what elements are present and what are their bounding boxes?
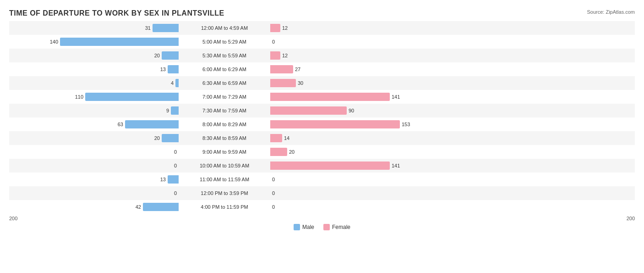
- time-label: 6:00 AM to 6:29 AM: [179, 67, 270, 72]
- legend-female-box: [323, 224, 330, 230]
- bar-male: [175, 79, 179, 87]
- bar-female: [270, 148, 287, 156]
- table-row: 3112:00 AM to 4:59 AM12: [9, 21, 635, 35]
- val-female: 0: [272, 190, 275, 196]
- bar-male: [153, 24, 179, 32]
- bar-male: [168, 175, 179, 184]
- bar-female: [270, 65, 293, 73]
- val-female: 27: [295, 67, 300, 72]
- val-male: 13: [160, 177, 166, 182]
- left-section: 4: [9, 76, 179, 90]
- time-label: 6:30 AM to 6:59 AM: [179, 80, 270, 86]
- right-section: 12: [270, 49, 440, 62]
- right-section: 12: [270, 21, 440, 35]
- bar-male: [143, 203, 179, 211]
- val-male: 0: [174, 163, 177, 168]
- bar-female: [270, 134, 282, 142]
- time-label: 11:00 AM to 11:59 AM: [179, 177, 270, 182]
- table-row: 09:00 AM to 9:59 AM20: [9, 145, 635, 159]
- right-section: 14: [270, 131, 440, 145]
- bar-male: [125, 120, 179, 128]
- table-row: 424:00 PM to 11:59 PM0: [9, 200, 635, 214]
- right-section: 20: [270, 145, 440, 159]
- val-female: 141: [392, 94, 400, 100]
- val-female: 12: [282, 53, 288, 58]
- legend-female-label: Female: [332, 224, 350, 230]
- right-section: 153: [270, 117, 440, 131]
- left-section: 140: [9, 35, 179, 49]
- table-row: 136:00 AM to 6:29 AM27: [9, 62, 635, 76]
- val-male: 13: [160, 67, 166, 72]
- val-male: 63: [118, 122, 123, 127]
- legend: Male Female: [9, 224, 635, 230]
- time-label: 8:00 AM to 8:29 AM: [179, 122, 270, 127]
- left-section: 9: [9, 104, 179, 117]
- time-label: 7:00 AM to 7:29 AM: [179, 94, 270, 100]
- val-female: 90: [349, 108, 354, 113]
- chart-container: TIME OF DEPARTURE TO WORK BY SEX IN PLAN…: [0, 0, 644, 273]
- time-label: 7:30 AM to 7:59 AM: [179, 108, 270, 113]
- left-section: 20: [9, 49, 179, 62]
- bar-male: [85, 93, 179, 101]
- time-label: 10:00 AM to 10:59 AM: [179, 163, 270, 168]
- table-row: 1405:00 AM to 5:29 AM0: [9, 35, 635, 49]
- time-label: 12:00 PM to 3:59 PM: [179, 190, 270, 196]
- axis-right: 200: [461, 216, 635, 221]
- val-male: 110: [75, 94, 83, 100]
- val-female: 0: [272, 39, 275, 45]
- table-row: 638:00 AM to 8:29 AM153: [9, 117, 635, 131]
- table-row: 97:30 AM to 7:59 AM90: [9, 104, 635, 117]
- val-female: 153: [402, 122, 410, 127]
- val-male: 42: [136, 204, 141, 210]
- val-male: 20: [154, 135, 160, 141]
- time-label: 9:00 AM to 9:59 AM: [179, 149, 270, 155]
- val-female: 12: [282, 25, 288, 31]
- left-section: 110: [9, 90, 179, 104]
- right-section: 0: [270, 173, 440, 186]
- val-male: 0: [174, 149, 177, 155]
- left-section: 0: [9, 159, 179, 173]
- val-female: 141: [392, 163, 400, 168]
- table-row: 208:30 AM to 8:59 AM14: [9, 131, 635, 145]
- table-row: 46:30 AM to 6:59 AM30: [9, 76, 635, 90]
- bar-female: [270, 51, 280, 60]
- val-male: 31: [145, 25, 151, 31]
- bar-male: [171, 106, 179, 115]
- right-section: 141: [270, 159, 440, 173]
- right-section: 141: [270, 90, 440, 104]
- val-female: 0: [272, 204, 275, 210]
- bar-female: [270, 106, 347, 115]
- left-section: 31: [9, 21, 179, 35]
- time-label: 5:00 AM to 5:29 AM: [179, 39, 270, 45]
- legend-female: Female: [323, 224, 350, 230]
- table-row: 205:30 AM to 5:59 AM12: [9, 49, 635, 62]
- left-section: 42: [9, 200, 179, 214]
- right-section: 0: [270, 186, 440, 200]
- legend-male-label: Male: [302, 224, 314, 230]
- bar-male: [60, 38, 179, 46]
- chart-area: 3112:00 AM to 4:59 AM121405:00 AM to 5:2…: [9, 21, 635, 214]
- right-section: 27: [270, 62, 440, 76]
- axis-labels: 200 200: [9, 216, 635, 221]
- val-male: 4: [171, 80, 174, 86]
- time-label: 5:30 AM to 5:59 AM: [179, 53, 270, 58]
- source-label: Source: ZipAtlas.com: [587, 9, 635, 15]
- bar-female: [270, 120, 400, 128]
- table-row: 1107:00 AM to 7:29 AM141: [9, 90, 635, 104]
- right-section: 0: [270, 200, 440, 214]
- table-row: 1311:00 AM to 11:59 AM0: [9, 173, 635, 186]
- val-male: 9: [166, 108, 169, 113]
- val-female: 0: [272, 177, 275, 182]
- bar-male: [162, 134, 179, 142]
- axis-left: 200: [9, 216, 183, 221]
- legend-male-box: [294, 224, 300, 230]
- bar-male: [168, 65, 179, 73]
- bar-female: [270, 24, 280, 32]
- left-section: 13: [9, 62, 179, 76]
- legend-male: Male: [294, 224, 314, 230]
- bar-female: [270, 93, 390, 101]
- val-male: 20: [154, 53, 160, 58]
- right-section: 90: [270, 104, 440, 117]
- time-label: 8:30 AM to 8:59 AM: [179, 135, 270, 141]
- chart-title: TIME OF DEPARTURE TO WORK BY SEX IN PLAN…: [9, 9, 635, 17]
